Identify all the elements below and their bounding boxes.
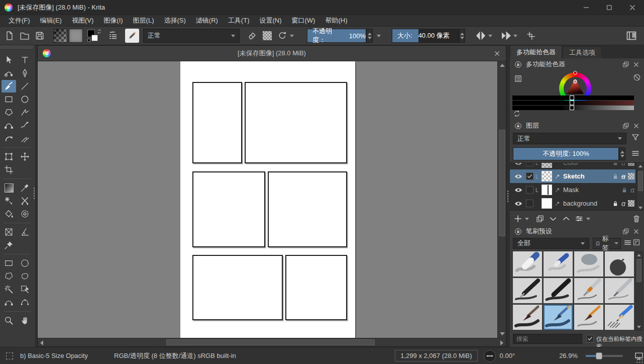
no-color-icon[interactable] bbox=[632, 72, 642, 82]
zo om-slider-knob[interactable] bbox=[596, 352, 602, 359]
brush-preset-marker-black[interactable] bbox=[544, 278, 573, 303]
tool-polyline[interactable] bbox=[18, 106, 32, 119]
status-rotation-angle[interactable]: 0.00° bbox=[500, 352, 515, 359]
layer-thumbnail[interactable] bbox=[542, 185, 552, 195]
tool-fill[interactable] bbox=[2, 208, 16, 220]
tool-assistants[interactable] bbox=[2, 226, 16, 238]
scroll-up-arrow[interactable] bbox=[637, 254, 641, 256]
scroll-down-arrow[interactable] bbox=[500, 332, 505, 335]
brush-settings-button[interactable] bbox=[106, 29, 121, 43]
mirror-vertical-button[interactable] bbox=[498, 29, 513, 43]
canvas-docker-splitter-handle[interactable] bbox=[507, 190, 509, 203]
lock-icon[interactable] bbox=[612, 200, 619, 207]
tool-select-elliptical[interactable] bbox=[18, 257, 32, 269]
docker-header[interactable]: 多功能拾色器 bbox=[510, 58, 644, 70]
menu-view[interactable]: 视图(V) bbox=[67, 15, 98, 26]
tool-calligraphy[interactable] bbox=[18, 67, 32, 79]
mirror-vertical-dropdown-icon[interactable] bbox=[513, 35, 517, 37]
blending-mode-dropdown[interactable]: 正常 bbox=[143, 29, 240, 43]
menu-window[interactable]: 窗口(W) bbox=[287, 15, 320, 26]
layer-row-color[interactable]: L Color α bbox=[510, 162, 635, 169]
tool-select-rectangular[interactable] bbox=[2, 257, 16, 269]
tool-freehand-brush[interactable] bbox=[2, 80, 16, 93]
menu-tools[interactable]: 工具(T) bbox=[224, 15, 254, 26]
tool-select-magnetic[interactable] bbox=[18, 296, 32, 309]
scroll-left-arrow[interactable] bbox=[40, 340, 43, 345]
scroll-down-arrow[interactable] bbox=[638, 207, 642, 209]
horizontal-scrollbar[interactable] bbox=[38, 338, 506, 346]
lock-docker-icon[interactable] bbox=[513, 121, 523, 131]
scroll-up-arrow[interactable] bbox=[638, 165, 642, 167]
menu-settings[interactable]: 设置(N) bbox=[255, 15, 286, 26]
layer-checkbox[interactable] bbox=[526, 172, 533, 180]
visibility-eye-icon[interactable] bbox=[513, 162, 524, 167]
add-layer-dropdown-icon[interactable] bbox=[525, 218, 529, 220]
selection-mode-icon[interactable] bbox=[6, 352, 13, 359]
inherit-alpha-icon[interactable]: α bbox=[621, 200, 625, 208]
brush-preset-ballpoint-black[interactable] bbox=[513, 278, 542, 303]
shade-selector-settings-icon[interactable] bbox=[513, 73, 523, 83]
layer-checkbox[interactable] bbox=[526, 186, 533, 194]
visibility-eye-icon[interactable] bbox=[513, 186, 524, 195]
zoom-slider[interactable] bbox=[586, 355, 623, 357]
scroll-up-arrow[interactable] bbox=[500, 64, 505, 67]
brush-preset-eraser-softest[interactable] bbox=[574, 251, 603, 277]
lock-docker-icon[interactable] bbox=[513, 226, 523, 236]
layer-name[interactable]: Sketch bbox=[563, 172, 610, 180]
tool-polygon[interactable] bbox=[2, 106, 16, 119]
menu-edit[interactable]: 编辑(E) bbox=[36, 15, 66, 26]
brush-preset-chooser-button[interactable] bbox=[125, 29, 139, 43]
tool-select-contiguous[interactable] bbox=[2, 283, 16, 296]
subwindow-close-button[interactable] bbox=[492, 48, 502, 58]
swap-colors-icon[interactable] bbox=[96, 29, 102, 34]
opacity-spinner[interactable] bbox=[366, 29, 373, 43]
brush-preset-eraser-block[interactable] bbox=[513, 251, 542, 277]
maximize-button[interactable] bbox=[598, 0, 621, 15]
mirror-horizontal-dropdown-icon[interactable] bbox=[488, 35, 492, 37]
background-color[interactable] bbox=[91, 35, 98, 41]
tool-transform[interactable] bbox=[2, 150, 16, 163]
alpha-lock-icon[interactable] bbox=[628, 173, 634, 179]
lock-docker-icon[interactable] bbox=[513, 59, 523, 69]
close-docker-icon[interactable] bbox=[631, 121, 641, 131]
color-slider-value[interactable] bbox=[512, 106, 634, 110]
layer-opacity-slider[interactable]: 不透明度: 100% bbox=[513, 147, 619, 160]
brush-preset-pen-silver-orange[interactable] bbox=[574, 278, 603, 303]
minimize-button[interactable] bbox=[575, 0, 598, 15]
layer-row-mask[interactable]: L Mask α bbox=[510, 183, 635, 197]
layer-row-sketch[interactable]: L Sketch α bbox=[510, 169, 635, 183]
slider-marker[interactable] bbox=[570, 96, 574, 100]
size-spinner[interactable] bbox=[459, 29, 465, 43]
layer-options-button[interactable] bbox=[631, 149, 640, 158]
new-document-button[interactable] bbox=[2, 29, 17, 43]
visibility-eye-icon[interactable] bbox=[513, 199, 524, 208]
layer-checkbox[interactable] bbox=[526, 200, 533, 207]
lock-icon[interactable] bbox=[612, 173, 619, 180]
float-docker-icon[interactable] bbox=[621, 121, 631, 131]
scroll-right-arrow[interactable] bbox=[500, 340, 503, 345]
inherit-alpha-icon[interactable]: α bbox=[630, 186, 634, 194]
toolbox-drag-handle[interactable] bbox=[0, 45, 33, 50]
tab-advanced-color-selector[interactable]: 多功能拾色器 bbox=[510, 45, 562, 58]
search-in-tag-checkbox[interactable] bbox=[586, 335, 594, 342]
tool-text[interactable] bbox=[18, 54, 32, 66]
hue-marker[interactable] bbox=[573, 71, 577, 75]
inherit-alpha-icon[interactable]: α bbox=[621, 172, 625, 180]
tag-button[interactable]: 标签 bbox=[593, 238, 621, 249]
tool-colorize-mask[interactable] bbox=[18, 195, 32, 207]
brush-grid-scrollbar[interactable] bbox=[635, 251, 643, 331]
tool-smart-patch[interactable] bbox=[2, 195, 16, 207]
brush-preset-paintbrush-orange[interactable] bbox=[574, 305, 603, 330]
tab-tool-options[interactable]: 工具选项 bbox=[563, 46, 602, 58]
tool-gradient[interactable] bbox=[2, 181, 16, 194]
tool-pan[interactable] bbox=[18, 314, 32, 327]
visibility-eye-icon[interactable] bbox=[513, 172, 524, 181]
layer-thumbnail[interactable] bbox=[542, 198, 552, 209]
layer-properties-button[interactable] bbox=[573, 213, 585, 225]
tool-select-polygonal[interactable] bbox=[2, 270, 16, 283]
layer-blending-mode-dropdown[interactable]: 正常 bbox=[513, 133, 626, 144]
docker-header[interactable]: 笔刷预设 bbox=[510, 225, 644, 237]
eraser-mode-button[interactable] bbox=[245, 29, 260, 43]
alpha-lock-icon[interactable] bbox=[628, 162, 634, 166]
color-slider-saturation[interactable] bbox=[512, 101, 634, 105]
